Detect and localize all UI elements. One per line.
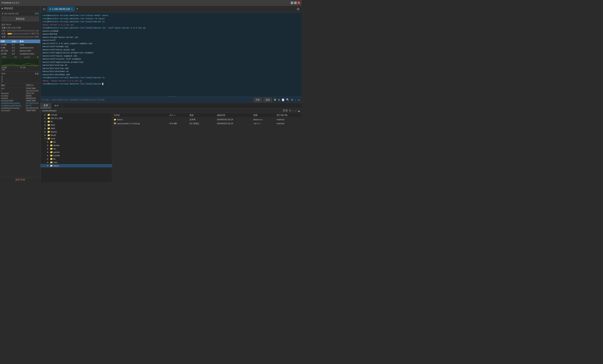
minimize-button[interactable]: — xyxy=(291,1,293,4)
tree-item[interactable]: ▶📁jdk1.8.0_381 xyxy=(41,117,112,120)
disk-size: 101.3G/124.9G xyxy=(24,102,40,105)
net-val1: 60.8M xyxy=(1,67,20,69)
file-list-row[interactable]: 📁 nacos 文件夹 2024/03/10 20:14 drwxr-xr-x … xyxy=(112,117,302,122)
disk-row: /run/user/0789M/789M xyxy=(0,109,40,112)
activate-button[interactable]: 激活/升级 xyxy=(0,177,40,182)
disk-row: /dev/shm3.9G/3.9G xyxy=(0,92,40,95)
file-type: 文件夹 xyxy=(188,117,215,122)
tree-item[interactable]: ▶📁include xyxy=(41,113,112,117)
sys-info-button[interactable]: 系统信息 xyxy=(1,17,39,21)
latency-label: 0ms xyxy=(1,72,5,75)
home-button[interactable]: 🗁 xyxy=(41,7,47,11)
proc-mem: 257.2M xyxy=(0,49,11,52)
tree-item[interactable]: ▶📁lib xyxy=(41,120,112,123)
file-list-table: 文件名 大小 ∧ 类型 修改时间 权限 用户/用户组 📁 nacos 文件夹 2… xyxy=(112,113,302,126)
file-tree[interactable]: ▶📁include▶📁jdk1.8.0_381▶📁lib▶📁lib32▶📁lib… xyxy=(41,113,112,182)
tree-label: lib32 xyxy=(51,124,55,126)
tree-item[interactable]: ▶📁lib64 xyxy=(41,127,112,130)
fullscreen-icon[interactable]: ▭ xyxy=(298,98,300,101)
tree-item[interactable]: ▼📁local xyxy=(41,137,112,140)
download-toolbar-btn[interactable]: ↓ xyxy=(295,109,296,112)
col-owner[interactable]: 用户/用户组 xyxy=(275,113,302,118)
tree-item[interactable]: ▶📁man xyxy=(41,161,112,164)
options-button[interactable]: 选项 xyxy=(264,98,272,102)
col-perms[interactable]: 权限 xyxy=(252,113,275,118)
window-controls: — □ ✕ xyxy=(291,1,300,4)
file-tabs: 文件 命令 xyxy=(41,103,302,108)
tab-files[interactable]: 文件 xyxy=(41,103,51,108)
col-size[interactable]: 大小 ∧ xyxy=(168,113,188,118)
terminal-line: root@heyunlin-virtual-machine:/usr/local… xyxy=(42,14,300,17)
tree-label: jdk1.8.0_381 xyxy=(51,117,63,119)
tab-close-button[interactable]: × xyxy=(71,8,72,10)
terminal-area: root@heyunlin-virtual-machine:/usr/local… xyxy=(41,12,302,96)
file-path: /usr/local/nacos xyxy=(42,109,282,112)
tab-add-button[interactable]: + xyxy=(75,7,80,11)
ip-label: IP 192.168.60.128 xyxy=(1,12,18,15)
folder-icon: 📁 xyxy=(50,151,53,153)
tree-item[interactable]: ▶📁lib xyxy=(41,157,112,161)
tab-cmd[interactable]: 命令 xyxy=(51,103,62,108)
tree-arrow: ▶ xyxy=(47,164,49,167)
term-prompt: root@heyunlin-virtual-machine:/usr/local… xyxy=(42,18,104,20)
flash-icon: ⚡ xyxy=(273,98,277,101)
folder-icon: 📁 xyxy=(47,120,50,123)
file-panel: 文件 命令 /usr/local/nacos 历史 ↻ ↑ ↓ ☁ ▶📁incl… xyxy=(41,103,302,182)
cloud-btn[interactable]: ☁ xyxy=(297,109,300,112)
close-button[interactable]: ✕ xyxy=(297,1,300,4)
tree-label: man xyxy=(53,161,57,164)
terminal-line: nacos/bin/shutdown.sh xyxy=(42,70,300,73)
tree-item[interactable]: ▶📁include xyxy=(41,154,112,157)
search-icon[interactable]: 🔍 xyxy=(286,98,289,101)
proc-cmd: gnome-shell xyxy=(19,49,40,52)
history-button[interactable]: 历史 xyxy=(254,98,262,102)
mem-bar-container xyxy=(8,33,29,35)
clipboard-icon[interactable]: 📋 xyxy=(281,98,285,101)
settings-icon[interactable]: ⚙ xyxy=(291,98,293,101)
tree-item[interactable]: ▶📁bin xyxy=(41,140,112,144)
process-row: 11.6M0.7sshd xyxy=(0,43,40,46)
latency-header: 0ms 本机 xyxy=(1,72,39,75)
folder-icon: 📁 xyxy=(47,117,50,119)
tree-arrow: ▶ xyxy=(47,161,49,163)
tree-item[interactable]: ▶📁libx32 xyxy=(41,133,112,137)
disk-section: 路径 可用/大小 /run787M/789M/101.3G/124.9G/dev… xyxy=(0,83,40,177)
col-filename[interactable]: 文件名 xyxy=(112,113,168,118)
tree-item[interactable]: ▶📁lib32 xyxy=(41,123,112,127)
file-owner: root/root xyxy=(275,122,302,126)
col-type[interactable]: 类型 xyxy=(188,113,215,118)
network-section: ↑25K ↑2K ens33 ▼ 60.8M 42.1M 21M xyxy=(0,55,40,72)
tree-arrow: ▶ xyxy=(45,117,47,119)
upload-btn[interactable]: ↑ xyxy=(292,109,294,112)
app-title: FinalShell 4.2.4.2 xyxy=(1,1,291,4)
tree-item[interactable]: ▶📁nacos xyxy=(41,164,112,167)
tree-item[interactable]: ▶📁docker xyxy=(41,144,112,147)
copy-ip-button[interactable]: 复制 xyxy=(35,12,39,15)
history-toolbar-btn[interactable]: 历史 xyxy=(283,109,288,112)
col-modified[interactable]: 修改时间 xyxy=(215,113,252,118)
file-owner: root/root xyxy=(275,117,302,122)
tree-item[interactable]: ▶📁games xyxy=(41,151,112,154)
tree-item[interactable]: ▶📁etc xyxy=(41,147,112,151)
refresh-btn[interactable]: ↻ xyxy=(289,109,291,112)
terminal-line: root@heyunlin-virtual-machine:/usr/local… xyxy=(42,26,300,30)
download-icon[interactable]: ↓ xyxy=(295,98,296,101)
terminal-line: nacos/conf/ xyxy=(42,39,300,42)
tab-grid-button[interactable]: ⊞ xyxy=(295,7,301,11)
copy-icon[interactable]: ⧉ xyxy=(278,98,280,101)
file-list-row[interactable]: 📦 nacos-server-1.4.2.tar.gz 74.4 MB GZ 压… xyxy=(112,122,302,126)
file-name: 📦 nacos-server-1.4.2.tar.gz xyxy=(112,122,168,126)
latency-right: 本机 xyxy=(35,72,39,75)
net-stats: 60.8M 42.1M 21M xyxy=(1,67,39,71)
main-container: 同步状态 IP 192.168.60.128 复制 系统信息 运行 16 分 负… xyxy=(0,6,302,182)
tree-item[interactable]: ▶📁libexec xyxy=(41,130,112,133)
maximize-button[interactable]: □ xyxy=(294,1,297,4)
file-modified: 2024/03/10 20:14 xyxy=(215,122,252,126)
tree-arrow: ▶ xyxy=(45,124,47,126)
folder-icon: 📁 xyxy=(50,141,53,143)
tree-arrow: ▶ xyxy=(45,134,47,136)
file-size xyxy=(168,117,188,122)
swap-label: 交换 xyxy=(1,35,7,38)
tab-1[interactable]: 1 192.168.60.128 × xyxy=(47,6,75,12)
proc-cmd: sshd xyxy=(19,43,40,46)
